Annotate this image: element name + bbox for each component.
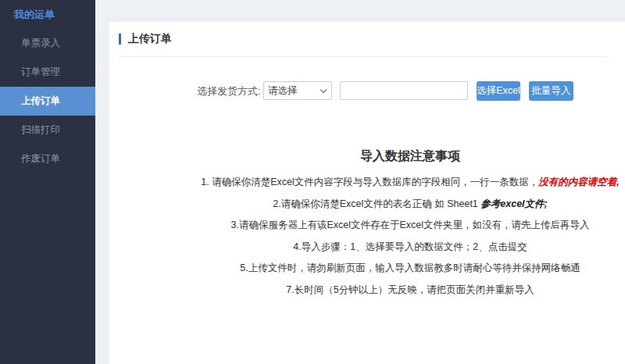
sidebar-item-label: 扫描打印 [21, 123, 60, 137]
notice-line-5: 5.上传文件时，请勿刷新页面，输入导入数据教多时请耐心等待并保持网络畅通 [195, 258, 625, 280]
sidebar-header: 我的运单 [0, 0, 95, 29]
sidebar-item-label: 作废订单 [21, 152, 60, 166]
notice-line-text: 4.导入步骤：1、选择要导入的数据文件；2、点击提交 [293, 241, 527, 252]
sidebar: 我的运单 单票录入 订单管理 上传订单 扫描打印 作废订单 [0, 0, 95, 364]
upload-panel: 上传订单 选择发货方式: 请选择 选择Excel 批量导入 导入数据注意事项 1… [109, 22, 625, 364]
title-accent-bar [119, 34, 121, 45]
notice-line-emphasis: 没有的内容请空着, [538, 177, 619, 187]
panel-title-row: 上传订单 [109, 22, 625, 46]
notice-title: 导入数据注意事项 [195, 148, 625, 165]
sidebar-item-upload-orders[interactable]: 上传订单 [0, 87, 95, 116]
page-title: 上传订单 [128, 32, 172, 46]
sidebar-item-void-orders[interactable]: 作废订单 [0, 145, 95, 173]
batch-import-button[interactable]: 批量导入 [529, 81, 573, 101]
notice-line-2: 2.请确保你清楚Excel文件的表名正确 如 Sheet1 参考excel文件; [195, 194, 625, 216]
excel-file-input[interactable] [340, 81, 468, 100]
shipping-method-label: 选择发货方式: [197, 81, 261, 101]
notice-line-1: 1. 请确保你清楚Excel文件内容字段与导入数据库的字段相同，一行一条数据，没… [195, 172, 625, 194]
notice-line-4: 4.导入步骤：1、选择要导入的数据文件；2、点击提交 [195, 237, 625, 259]
sidebar-item-order-management[interactable]: 订单管理 [0, 58, 95, 87]
sidebar-item-single-entry[interactable]: 单票录入 [0, 29, 95, 58]
import-notice: 导入数据注意事项 1. 请确保你清楚Excel文件内容字段与导入数据库的字段相同… [195, 148, 625, 301]
notice-line-text: 5.上传文件时，请勿刷新页面，输入导入数据教多时请耐心等待并保持网络畅通 [240, 262, 580, 273]
main-area: 上传订单 选择发货方式: 请选择 选择Excel 批量导入 导入数据注意事项 1… [95, 0, 625, 364]
sidebar-item-scan-print[interactable]: 扫描打印 [0, 116, 95, 145]
sidebar-item-label: 单票录入 [21, 37, 60, 50]
shipping-method-select[interactable]: 请选择 [263, 81, 332, 100]
notice-line-6: 7.长时间（5分钟以上）无反映，请把页面关闭并重新导入 [195, 280, 625, 302]
notice-line-text: 3.请确保服务器上有该Excel文件存在于Excel文件夹里，如没有，请先上传后… [230, 219, 589, 230]
sidebar-item-label: 订单管理 [21, 66, 60, 79]
title-divider [119, 56, 609, 57]
notice-line-text: 1. 请确保你清楚Excel文件内容字段与导入数据库的字段相同，一行一条数据， [201, 177, 538, 187]
notice-line-3: 3.请确保服务器上有该Excel文件存在于Excel文件夹里，如没有，请先上传后… [195, 215, 625, 237]
sidebar-item-label: 上传订单 [21, 95, 60, 108]
notice-line-emphasis: 参考excel文件; [480, 198, 547, 209]
upload-form-row: 选择发货方式: 请选择 选择Excel 批量导入 [109, 81, 625, 102]
choose-excel-button[interactable]: 选择Excel [477, 81, 520, 101]
shipping-method-select-wrap: 请选择 [263, 81, 332, 100]
notice-line-text: 2.请确保你清楚Excel文件的表名正确 如 Sheet1 [273, 198, 480, 209]
notice-line-text: 7.长时间（5分钟以上）无反映，请把页面关闭并重新导入 [286, 284, 534, 295]
